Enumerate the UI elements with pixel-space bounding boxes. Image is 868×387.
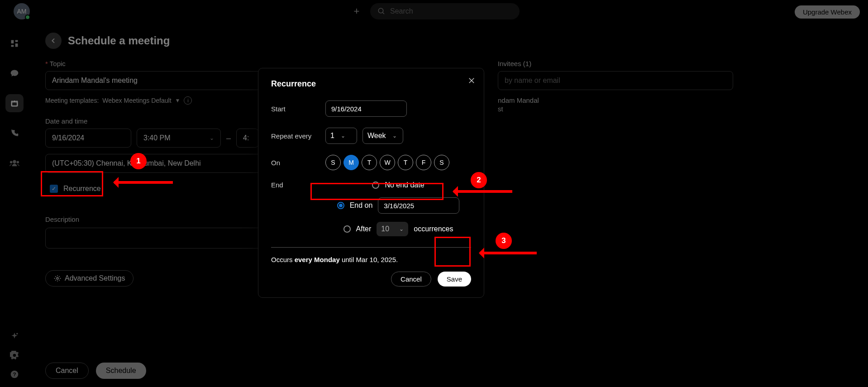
modal-cancel-button[interactable]: Cancel <box>391 272 431 287</box>
day-sun[interactable]: S <box>325 155 341 170</box>
occurrences-input[interactable]: 10⌄ <box>377 222 408 236</box>
day-thu[interactable]: T <box>398 155 413 170</box>
close-icon <box>467 76 476 85</box>
on-label: On <box>271 159 325 167</box>
modal-buttons: Cancel Save <box>271 272 471 287</box>
end-date-input[interactable] <box>378 197 459 214</box>
day-tue[interactable]: T <box>362 155 377 170</box>
chevron-down-icon: ⌄ <box>399 226 404 232</box>
no-end-label: No end date <box>385 181 424 189</box>
end-on-label: End on <box>350 201 373 210</box>
day-fri[interactable]: F <box>416 155 431 170</box>
occurrences-label: occurrences <box>414 225 453 233</box>
start-label: Start <box>271 105 325 113</box>
chevron-down-icon: ⌄ <box>341 133 345 139</box>
recurrence-summary: Occurs every Monday until Mar 10, 2025. <box>271 256 471 263</box>
radio-checked-icon[interactable] <box>337 202 344 209</box>
radio-unchecked-icon[interactable] <box>372 182 379 189</box>
divider <box>271 247 471 248</box>
recurrence-modal: Recurrence Start Repeat every 1⌄ Week⌄ O… <box>258 68 484 298</box>
after-row[interactable]: After 10⌄ occurrences <box>343 222 453 236</box>
end-label: End <box>271 181 325 189</box>
no-end-row[interactable]: No end date <box>372 181 424 189</box>
repeat-unit-select[interactable]: Week⌄ <box>362 128 403 144</box>
end-on-row[interactable]: End on <box>337 197 460 214</box>
day-buttons: S M T W T F S <box>325 155 449 170</box>
day-mon[interactable]: M <box>343 155 359 170</box>
after-label: After <box>356 225 372 233</box>
repeat-label: Repeat every <box>271 132 325 140</box>
day-wed[interactable]: W <box>380 155 395 170</box>
start-date-input[interactable] <box>325 100 407 117</box>
modal-title: Recurrence <box>271 79 471 89</box>
repeat-count-select[interactable]: 1⌄ <box>325 128 357 144</box>
modal-close-button[interactable] <box>467 76 476 85</box>
modal-save-button[interactable]: Save <box>438 272 471 287</box>
radio-unchecked-icon[interactable] <box>343 225 351 233</box>
chevron-down-icon: ⌄ <box>392 133 397 139</box>
day-sat[interactable]: S <box>434 155 449 170</box>
